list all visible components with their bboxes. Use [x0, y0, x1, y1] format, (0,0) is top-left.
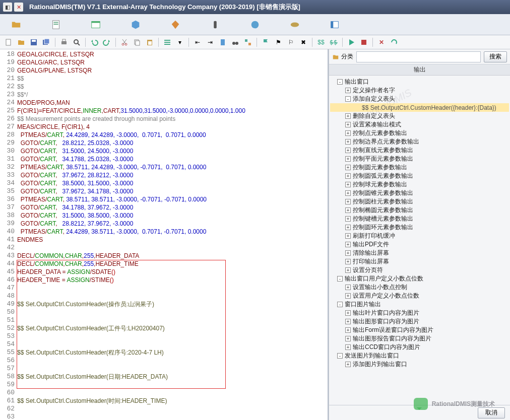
tree-item[interactable]: +输出图形报告窗口内容为图片 — [330, 334, 509, 343]
expand-icon[interactable]: + — [345, 148, 351, 153]
flag-clear-icon[interactable]: ✖ — [298, 37, 309, 48]
tree-item[interactable]: -窗口图片输出 — [330, 300, 509, 309]
expand-icon[interactable]: + — [345, 259, 351, 264]
expand-icon[interactable]: + — [345, 319, 351, 324]
bookmark-icon[interactable] — [217, 37, 228, 48]
panel-icon[interactable] — [329, 19, 341, 31]
new-icon[interactable] — [3, 37, 14, 48]
expand-icon[interactable]: + — [345, 293, 351, 299]
expand-icon[interactable]: + — [345, 310, 351, 316]
output-tab[interactable]: 输出 — [329, 64, 510, 76]
tree-item[interactable]: +控制球元素参数输出 — [330, 180, 509, 189]
tree-item[interactable]: +控制圆柱元素参数输出 — [330, 197, 509, 206]
cancel-button[interactable]: 取消 — [478, 407, 505, 418]
undo-icon[interactable] — [89, 37, 100, 48]
expand-icon[interactable]: + — [345, 216, 351, 222]
expand-icon[interactable]: + — [345, 88, 351, 93]
tree-item[interactable]: +打印输出屏幕 — [330, 257, 509, 266]
flag-next-icon[interactable]: ⚑ — [273, 37, 284, 48]
document-icon[interactable] — [50, 19, 62, 31]
tree-item[interactable]: +输出Form误差窗口内容为图片 — [330, 326, 509, 334]
copy-icon[interactable] — [132, 37, 143, 48]
tree-item[interactable]: $$ Set.OutputCtrl.CustomHeader({header}:… — [330, 103, 509, 112]
tree-item[interactable]: -发送图片到输出窗口 — [330, 352, 509, 360]
window-icon[interactable] — [90, 19, 102, 31]
bottle-icon[interactable] — [209, 19, 221, 31]
code-content[interactable]: GEOALG/CIRCLE, LSTSQRGEOALG/ARC, LSTSQRG… — [16, 49, 328, 420]
search-input[interactable] — [356, 51, 481, 62]
indent-out-icon[interactable]: ⇤ — [192, 37, 203, 48]
tree-item[interactable]: +输出图形窗口内容为图片 — [330, 317, 509, 326]
sphere-icon[interactable] — [249, 19, 261, 31]
tree-item[interactable]: +删除自定义表头 — [330, 112, 509, 120]
tree-item[interactable]: -输出窗口用户定义小数点位数 — [330, 274, 509, 283]
redo-icon[interactable] — [101, 37, 112, 48]
expand-icon[interactable]: + — [345, 242, 351, 247]
saveall-icon[interactable] — [41, 37, 52, 48]
tree-item[interactable]: -添加自定义表头 — [330, 95, 509, 103]
expand-icon[interactable]: + — [345, 344, 351, 350]
tree-item[interactable]: +设置用户定义小数点位数 — [330, 292, 509, 300]
print-icon[interactable] — [58, 37, 70, 48]
paste-icon[interactable] — [144, 37, 155, 48]
expand-icon[interactable]: + — [345, 182, 351, 187]
search-button[interactable]: 搜索 — [484, 51, 507, 62]
tree-item[interactable]: +输出PDF文件 — [330, 240, 509, 249]
disc-icon[interactable] — [289, 19, 301, 31]
delete-line-icon[interactable]: ✕ — [376, 37, 387, 48]
expand-icon[interactable]: + — [345, 113, 351, 119]
expand-icon[interactable]: + — [345, 362, 351, 367]
cut-icon[interactable] — [119, 37, 130, 48]
search-icon[interactable] — [71, 37, 82, 48]
expand-icon[interactable]: + — [345, 207, 351, 213]
cube-icon[interactable] — [130, 19, 142, 31]
tree-item[interactable]: +设置输出小数点控制 — [330, 283, 509, 292]
tree-item[interactable]: +输出叶片窗口内容为图片 — [330, 309, 509, 317]
stop-icon[interactable] — [358, 37, 369, 48]
expand-icon[interactable]: - — [337, 276, 343, 282]
tree-item[interactable]: +控制平面元素参数输出 — [330, 155, 509, 163]
expand-icon[interactable]: + — [345, 190, 351, 196]
tree-view[interactable]: -输出窗口+定义操作者名字-添加自定义表头$$ Set.OutputCtrl.C… — [329, 76, 510, 405]
flag-icon[interactable] — [260, 37, 271, 48]
tree-item[interactable]: +添加图片到输出窗口 — [330, 360, 509, 369]
expand-icon[interactable]: + — [345, 122, 351, 127]
tree-item[interactable]: +控制键槽元素参数输出 — [330, 215, 509, 223]
code-editor[interactable]: 18 19 20 21 22 23 24 25 26 27 28 29 30 3… — [0, 49, 329, 420]
replace-icon[interactable] — [242, 37, 253, 48]
save-icon[interactable] — [28, 37, 39, 48]
expand-icon[interactable]: + — [345, 130, 351, 136]
tree-item[interactable]: +控制圆环元素参数输出 — [330, 223, 509, 232]
expand-icon[interactable]: - — [337, 353, 343, 359]
expand-icon[interactable]: - — [337, 79, 343, 85]
indent-in-icon[interactable]: ⇥ — [205, 37, 216, 48]
folder-icon[interactable] — [10, 19, 22, 31]
flag-prev-icon[interactable]: ⚐ — [285, 37, 296, 48]
tree-item[interactable]: +输出CCD窗口内容为图片 — [330, 343, 509, 352]
expand-icon[interactable]: + — [345, 336, 351, 341]
expand-icon[interactable]: + — [345, 165, 351, 170]
expand-icon[interactable]: + — [345, 199, 351, 204]
expand-icon[interactable]: + — [345, 225, 351, 230]
uncomment-icon[interactable]: $̶$̶ — [328, 37, 339, 48]
tree-item[interactable]: +控制圆弧元素参数输出 — [330, 172, 509, 180]
expand-icon[interactable]: + — [345, 327, 351, 333]
list-icon[interactable] — [162, 37, 173, 48]
tree-item[interactable]: +控制椭圆元素参数输出 — [330, 206, 509, 215]
expand-icon[interactable]: + — [345, 139, 351, 145]
tree-item[interactable]: +清除输出屏幕 — [330, 249, 509, 257]
tree-item[interactable]: +控制边界点元素参数输出 — [330, 137, 509, 146]
expand-icon[interactable]: + — [345, 233, 351, 239]
close-icon[interactable]: ✕ — [14, 3, 23, 12]
expand-icon[interactable]: + — [345, 267, 351, 273]
expand-icon[interactable]: + — [345, 285, 351, 290]
tree-item[interactable]: +控制圆锥元素参数输出 — [330, 189, 509, 197]
expand-icon[interactable]: + — [345, 173, 351, 179]
tree-item[interactable]: +刷新打印机缓冲 — [330, 232, 509, 240]
expand-icon[interactable]: - — [337, 302, 343, 307]
expand-icon[interactable]: - — [345, 96, 351, 102]
expand-icon[interactable]: + — [345, 156, 351, 162]
diamond-icon[interactable] — [169, 19, 181, 31]
expand-icon[interactable]: + — [345, 250, 351, 256]
comment-icon[interactable]: $$ — [315, 37, 327, 48]
